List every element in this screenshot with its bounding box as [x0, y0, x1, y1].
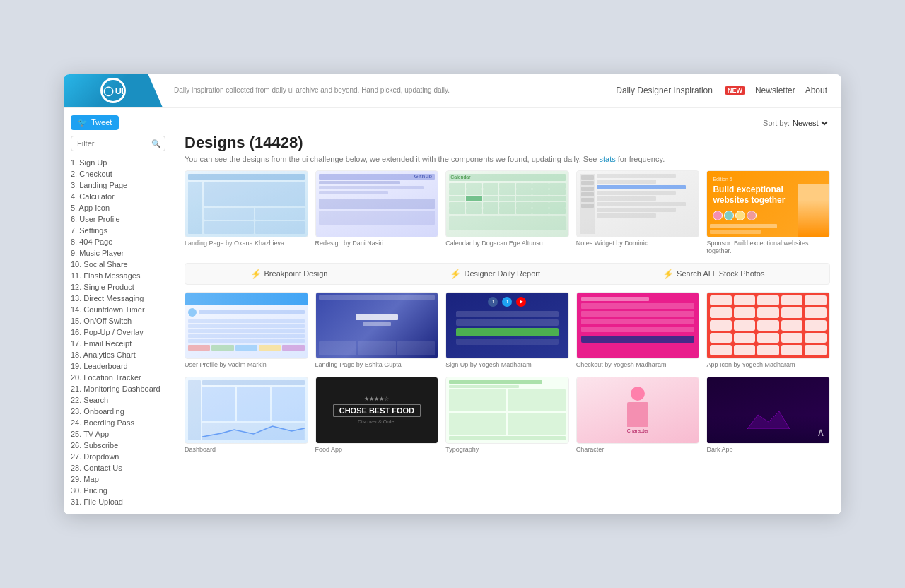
sort-select[interactable]: Newest — [790, 118, 830, 128]
card-label: Sign Up by Yogesh Madharam — [445, 361, 569, 370]
grid-card-dashboard[interactable]: Dashboard — [185, 377, 308, 454]
filter-wrap: 🔍 — [71, 136, 165, 151]
sidebar-list: 1. Sign Up2. Checkout3. Landing Page4. C… — [64, 157, 173, 507]
sidebar-item[interactable]: 31. File Upload — [71, 496, 165, 507]
stock-photos-emoji: ⚡ — [662, 269, 674, 279]
logo-area[interactable]: ◯ UI — [64, 74, 163, 108]
card-label: Typography — [445, 446, 569, 454]
grid-card-checkout[interactable]: Checkout by Yogesh Madharam — [576, 292, 700, 370]
grid-card-food[interactable]: ★★★★☆ CHOSE BEST FOOD Discover & Order F… — [315, 377, 439, 454]
grid-card-typography[interactable]: Typography — [445, 377, 569, 454]
daily-designer-link[interactable]: Daily Designer Inspiration — [616, 86, 713, 95]
browser-window: ◯ UI Daily inspiration collected from da… — [64, 74, 841, 514]
about-link[interactable]: About — [805, 86, 827, 95]
sort-row: Sort by: Newest — [185, 118, 830, 128]
sidebar-item[interactable]: 27. Dropdown — [71, 451, 165, 462]
sidebar-item[interactable]: 17. Email Receipt — [71, 338, 165, 349]
sidebar-item[interactable]: 18. Analytics Chart — [71, 349, 165, 360]
tweet-label: Tweet — [91, 118, 112, 127]
sidebar-item[interactable]: 13. Direct Messaging — [71, 293, 165, 304]
main-layout: 🐦 Tweet 🔍 1. Sign Up2. Checkout3. Landin… — [64, 108, 841, 514]
promo-stock-photos[interactable]: ⚡ Search ALL Stock Photos — [662, 269, 764, 279]
card-label: Sponsor: Build exceptional websites toge… — [706, 240, 830, 256]
cards-row-1: Landing Page by Oxana Khazhieva Github R… — [185, 170, 830, 256]
sort-label: Sort by: — [763, 119, 790, 127]
sidebar-item[interactable]: 10. Social Share — [71, 259, 165, 270]
card-label: Character — [576, 446, 700, 454]
grid-card-appicon[interactable]: App Icon by Yogesh Madharam — [706, 292, 830, 370]
card-label: Redesign by Dani Nasiri — [315, 240, 439, 248]
svg-marker-0 — [202, 426, 305, 440]
grid-card-landing2[interactable]: Landing Page by Eshita Gupta — [315, 292, 439, 370]
promo-breakpoint[interactable]: ⚡ Breakpoint Design — [250, 269, 328, 279]
grid-card-dark[interactable]: ∧ Dark App — [706, 377, 830, 454]
sidebar-item[interactable]: 3. Landing Page — [71, 180, 165, 191]
grid-card-notes[interactable]: Notes Widget by Dominic — [576, 170, 700, 256]
sidebar-item[interactable]: 14. Countdown Timer — [71, 304, 165, 315]
sidebar-item[interactable]: 25. TV App — [71, 428, 165, 440]
sidebar-item[interactable]: 15. On/Off Switch — [71, 315, 165, 327]
breakpoint-emoji: ⚡ — [250, 269, 262, 279]
cards-row-2: User Profile by Vadim Markin Landing Pag… — [185, 292, 830, 370]
stats-link[interactable]: stats — [599, 155, 615, 163]
content-description: You can see the designs from the ui chal… — [185, 155, 830, 163]
grid-card-userprofile[interactable]: User Profile by Vadim Markin — [185, 292, 308, 370]
sidebar-item[interactable]: 23. Onboarding — [71, 406, 165, 417]
sidebar-item[interactable]: 22. Search — [71, 394, 165, 406]
grid-card-signup[interactable]: f t ▶ Sign Up by Yogesh Madharam — [445, 292, 569, 370]
card-label: Checkout by Yogesh Madharam — [576, 361, 700, 370]
card-label: Food App — [315, 446, 439, 454]
site-header: ◯ UI Daily inspiration collected from da… — [64, 74, 841, 108]
sidebar: 🐦 Tweet 🔍 1. Sign Up2. Checkout3. Landin… — [64, 108, 173, 514]
card-label: Dashboard — [185, 446, 308, 454]
sidebar-item[interactable]: 30. Pricing — [71, 485, 165, 496]
sidebar-item[interactable]: 24. Boerding Pass — [71, 417, 165, 428]
sidebar-item[interactable]: 21. Monitoring Dashboard — [71, 383, 165, 394]
grid-card-character[interactable]: Character Character — [576, 377, 700, 454]
logo-icon: ◯ UI — [100, 78, 126, 103]
sidebar-item[interactable]: 8. 404 Page — [71, 236, 165, 247]
twitter-icon: 🐦 — [78, 118, 88, 127]
sidebar-item[interactable]: 7. Settings — [71, 225, 165, 236]
sidebar-item[interactable]: 20. Location Tracker — [71, 372, 165, 383]
newsletter-link[interactable]: Newsletter — [755, 86, 795, 95]
tweet-button[interactable]: 🐦 Tweet — [71, 115, 119, 130]
header-tagline: Daily inspiration collected from daily u… — [174, 86, 616, 95]
card-label: Notes Widget by Dominic — [576, 240, 700, 248]
sidebar-item[interactable]: 11. Flash Messages — [71, 270, 165, 281]
card-label: User Profile by Vadim Markin — [185, 361, 308, 370]
cards-row-3: Dashboard ★★★★☆ CHOSE BEST FOOD Discover… — [185, 377, 830, 454]
new-badge: NEW — [725, 86, 745, 95]
grid-card-calendar[interactable]: Calendar Calendar by Dogacan Ege Altunsu — [445, 170, 569, 256]
card-label: Landing Page by Oxana Khazhieva — [185, 240, 308, 248]
sidebar-item[interactable]: 5. App Icon — [71, 202, 165, 213]
sidebar-item[interactable]: 9. Music Player — [71, 247, 165, 259]
header-nav: Daily Designer Inspiration NEW Newslette… — [616, 86, 827, 95]
sidebar-item[interactable]: 16. Pop-Up / Overlay — [71, 327, 165, 338]
designer-daily-emoji: ⚡ — [450, 269, 461, 279]
sidebar-item[interactable]: 28. Contact Us — [71, 462, 165, 474]
sidebar-item[interactable]: 1. Sign Up — [71, 157, 165, 168]
page-title: Designs (14428) — [185, 134, 830, 152]
sidebar-item[interactable]: 6. User Profile — [71, 213, 165, 225]
sidebar-item[interactable]: 12. Single Product — [71, 281, 165, 293]
card-label: Calendar by Dogacan Ege Altunsu — [445, 240, 569, 248]
sidebar-item[interactable]: 2. Checkout — [71, 168, 165, 180]
sidebar-item[interactable]: 29. Map — [71, 474, 165, 485]
promo-row: ⚡ Breakpoint Design ⚡ Designer Daily Rep… — [185, 263, 830, 285]
grid-card-redesign[interactable]: Github Redesign by Dani Nasiri — [315, 170, 439, 256]
sidebar-item[interactable]: 19. Leaderboard — [71, 360, 165, 372]
sidebar-item[interactable]: 26. Subscribe — [71, 440, 165, 451]
promo-designer-daily[interactable]: ⚡ Designer Daily Report — [450, 269, 540, 279]
card-label: Landing Page by Eshita Gupta — [315, 361, 439, 370]
main-content: Sort by: Newest Designs (14428) You can … — [173, 108, 841, 514]
card-label: Dark App — [706, 446, 830, 454]
svg-marker-1 — [747, 411, 790, 429]
card-label: App Icon by Yogesh Madharam — [706, 361, 830, 370]
grid-card-landing1[interactable]: Landing Page by Oxana Khazhieva — [185, 170, 308, 256]
search-icon: 🔍 — [151, 139, 161, 148]
sidebar-item[interactable]: 4. Calculator — [71, 191, 165, 202]
grid-card-sponsor[interactable]: Edition 5 Build exceptional websites tog… — [706, 170, 830, 256]
